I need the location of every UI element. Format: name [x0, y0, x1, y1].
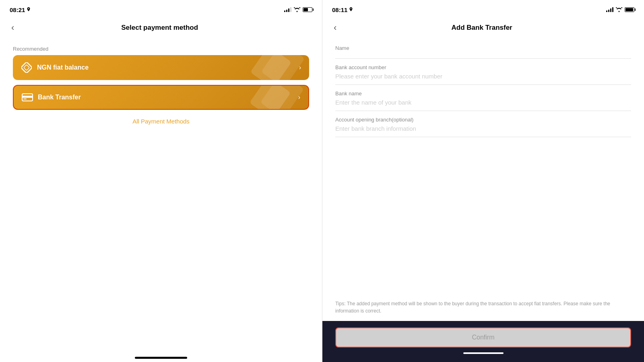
ngn-fiat-option[interactable]: NGN fiat balance › [13, 55, 309, 80]
right-wifi-icon [616, 7, 622, 12]
name-field[interactable]: Name [335, 39, 631, 59]
tips-section: Tips: The added payment method will be s… [322, 294, 644, 321]
svg-rect-3 [22, 96, 33, 98]
right-back-button[interactable]: ‹ [330, 21, 340, 35]
right-screen: 08:11 ‹ Add Bank Transfer [322, 0, 644, 362]
right-time: 08:11 [332, 6, 353, 13]
bottom-bar: Confirm [322, 321, 644, 362]
bank-name-value[interactable]: Enter the name of your bank [335, 99, 631, 111]
payment-options-list: NGN fiat balance › Bank Transfer › [0, 55, 322, 110]
right-battery-icon [625, 7, 634, 12]
bank-account-number-field[interactable]: Bank account number Please enter your ba… [335, 59, 631, 85]
bank-name-field[interactable]: Bank name Enter the name of your bank [335, 85, 631, 111]
add-bank-transfer-form: Name Bank account number Please enter yo… [322, 39, 644, 294]
left-signal-icon [284, 7, 291, 12]
left-location-icon [27, 7, 31, 12]
left-battery-icon [303, 7, 312, 12]
right-status-bar: 08:11 [322, 0, 644, 18]
account-opening-branch-field[interactable]: Account opening branch(optional) Enter b… [335, 111, 631, 137]
ngn-fiat-label: NGN fiat balance [37, 64, 89, 71]
svg-rect-0 [21, 62, 32, 73]
left-screen: 08:21 ‹ Select payment method Recommend [0, 0, 322, 362]
right-home-indicator [463, 352, 504, 354]
bank-card-icon [22, 92, 33, 103]
left-wifi-icon [294, 7, 300, 12]
right-location-icon [349, 7, 353, 12]
left-header-title: Select payment method [17, 24, 302, 32]
ngn-chevron-icon: › [299, 64, 301, 71]
name-field-value[interactable] [335, 53, 631, 58]
bank-transfer-label: Bank Transfer [38, 94, 81, 101]
ngn-icon [21, 62, 32, 73]
svg-rect-4 [23, 99, 27, 99]
right-signal-icon [606, 7, 613, 12]
left-back-button[interactable]: ‹ [8, 21, 17, 35]
right-status-icons [606, 7, 634, 12]
recommended-label: Recommended [0, 43, 322, 55]
left-time: 08:21 [10, 6, 31, 13]
account-opening-branch-label: Account opening branch(optional) [335, 117, 631, 123]
left-header: ‹ Select payment method [0, 18, 322, 39]
left-home-indicator [135, 357, 187, 359]
right-header-title: Add Bank Transfer [340, 24, 624, 32]
left-status-bar: 08:21 [0, 0, 322, 18]
tips-text: Tips: The added payment method will be s… [335, 300, 631, 315]
confirm-button[interactable]: Confirm [335, 327, 631, 348]
bank-transfer-chevron-icon: › [298, 94, 300, 101]
svg-rect-1 [24, 65, 29, 70]
right-header: ‹ Add Bank Transfer [322, 18, 644, 39]
bank-name-label: Bank name [335, 90, 631, 97]
bank-account-number-label: Bank account number [335, 64, 631, 70]
left-status-icons [284, 7, 312, 12]
name-field-label: Name [335, 45, 631, 51]
all-payment-methods-link[interactable]: All Payment Methods [0, 110, 322, 133]
account-opening-branch-value[interactable]: Enter bank branch information [335, 125, 631, 137]
bank-transfer-option[interactable]: Bank Transfer › [13, 85, 309, 110]
bank-account-number-value[interactable]: Please enter your bank account number [335, 73, 631, 84]
